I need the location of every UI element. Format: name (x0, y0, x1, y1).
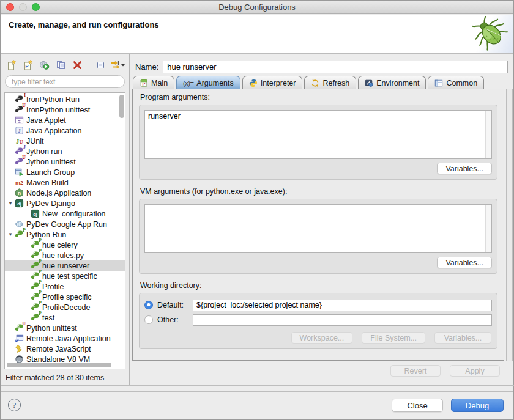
tab-label: Interpreter (261, 79, 296, 87)
close-button[interactable]: Close (392, 399, 443, 412)
configuration-detail-panel: Name: PMain(x)=ArgumentsInterpreterRefre… (130, 54, 514, 385)
tree-horizontal-scrollbar-thumb[interactable] (7, 363, 111, 367)
tree-item-node-js-application[interactable]: nNode.js Application (5, 188, 125, 198)
default-radio-label: Default: (157, 301, 193, 309)
tab-label: Common (446, 79, 477, 87)
junit-icon: JU (15, 136, 24, 146)
expander-icon[interactable]: ▼ (6, 201, 15, 206)
tree-item-label: New_configuration (42, 210, 106, 218)
footer-bar: ? Close Debug (1, 391, 513, 419)
tab-interpreter[interactable]: Interpreter (242, 76, 303, 89)
tree-item-pydev-django[interactable]: ▼djPyDev Django (5, 198, 125, 208)
tree-item-java-application[interactable]: JJava Application (5, 125, 125, 136)
tree-item-java-applet[interactable]: Java Applet (5, 115, 125, 125)
minimize-window-button (19, 3, 27, 11)
expander-icon[interactable]: ▼ (6, 232, 15, 237)
program-arguments-variables-button[interactable]: Variables... (437, 163, 492, 174)
revert-button[interactable]: Revert (390, 365, 441, 377)
filter-config-button[interactable] (110, 58, 124, 72)
svg-text:dj: dj (33, 212, 37, 217)
duplicate-config-icon (56, 60, 66, 70)
filter-input[interactable] (5, 75, 125, 88)
tree-item-label: IronPython unittest (26, 106, 90, 114)
tree-item-label: Python unittest (26, 324, 77, 333)
tab-main[interactable]: PMain (133, 76, 174, 89)
help-button[interactable]: ? (8, 399, 21, 411)
tab-environment[interactable]: Environment (358, 76, 426, 89)
other-radio-label: Other: (157, 315, 193, 324)
tree-horizontal-scrollbar[interactable] (6, 363, 118, 368)
tree-item-python-unittest[interactable]: UPython unittest (5, 323, 125, 333)
tree-item-maven-build[interactable]: m2Maven Build (5, 177, 125, 188)
tree-item-label: ProfileDecode (42, 303, 91, 312)
java-applet-icon (15, 116, 24, 125)
file-system-button[interactable]: File System... (362, 332, 425, 344)
program-arguments-textarea[interactable]: runserver (144, 110, 492, 159)
vm-arguments-variables-button[interactable]: Variables... (437, 257, 492, 268)
tab-arguments[interactable]: (x)=Arguments (176, 76, 240, 89)
delete-config-button[interactable] (70, 58, 84, 72)
remote-java-icon (15, 334, 24, 343)
debug-button[interactable]: Debug (451, 399, 504, 412)
svg-text:n: n (18, 190, 21, 196)
working-directory-group: Default: Other: Workspace... File System… (139, 293, 497, 349)
working-directory-label: Working directory: (140, 281, 497, 290)
tree-vertical-scrollbar-thumb[interactable] (119, 95, 124, 118)
tree-item-label: PyDev Google App Run (26, 220, 107, 229)
arguments-icon: (x)= (183, 79, 193, 87)
tree-item-label: test (42, 314, 54, 322)
java-application-icon: J (15, 126, 24, 135)
tree-item-remote-java-application[interactable]: Remote Java Application (5, 333, 125, 344)
tree-item-profiledecode[interactable]: PProfileDecode (5, 302, 125, 312)
tree-vertical-scrollbar[interactable] (119, 94, 124, 362)
other-radio[interactable] (144, 315, 153, 324)
tree-item-hue-celery[interactable]: Phue celery (5, 240, 125, 250)
vm-arguments-group: Variables... (139, 199, 497, 274)
tab-label: Refresh (322, 79, 349, 87)
workspace-button[interactable]: Workspace... (291, 332, 353, 344)
collapse-all-button[interactable] (94, 58, 108, 72)
other-directory-input[interactable] (193, 314, 492, 326)
collapse-all-icon (95, 60, 106, 70)
tree-item-hue-test-specific[interactable]: Phue test specific (5, 271, 125, 281)
tree-item-new-configuration[interactable]: djNew_configuration (5, 208, 125, 219)
vm-arguments-textarea[interactable] (144, 204, 492, 253)
working-directory-variables-button[interactable]: Variables... (434, 332, 491, 344)
titlebar: Debug Configurations (1, 1, 513, 14)
tree-item-ironpython-unittest[interactable]: UIronPython unittest (5, 105, 125, 115)
right-scroll-strip (506, 89, 513, 361)
tree-item-hue-rules-py[interactable]: Phue rules.py (5, 250, 125, 260)
tab-refresh[interactable]: Refresh (304, 76, 356, 89)
tree-item-label: Node.js Application (26, 189, 91, 197)
tree-item-jython-unittest[interactable]: UJython unittest (5, 157, 125, 167)
close-window-button[interactable] (6, 3, 14, 11)
tree-item-label: Remote Java Application (26, 334, 111, 343)
name-input[interactable] (163, 61, 508, 73)
tree-item-profile[interactable]: PProfile (5, 281, 125, 292)
toolbar-separator (89, 59, 89, 70)
apply-button[interactable]: Apply (450, 365, 500, 377)
vm-arguments-label: VM arguments (for python.exe or java.exe… (140, 187, 497, 196)
tree-item-launch-group[interactable]: Launch Group (5, 167, 125, 177)
tree-item-python-run[interactable]: ▼PPython Run (5, 229, 125, 240)
arguments-tab-panel: Program arguments: runserver Variables..… (132, 89, 504, 361)
export-config-button[interactable] (37, 58, 51, 72)
configuration-tree: IIronPython RunUIronPython unittestJava … (4, 92, 125, 369)
tree-item-label: Profile (42, 282, 64, 291)
tree-item-hue-runserver[interactable]: Phue runserver (5, 260, 125, 271)
zoom-window-button[interactable] (32, 3, 40, 11)
tab-common[interactable]: Common (428, 76, 484, 89)
new-config-button[interactable] (4, 58, 18, 72)
default-radio[interactable] (144, 301, 153, 309)
program-arguments-group: runserver Variables... (139, 105, 497, 180)
duplicate-config-button[interactable] (54, 58, 68, 72)
tree-item-label: Java Application (26, 127, 81, 135)
program-arguments-label: Program arguments: (140, 93, 497, 101)
tree-item-remote-javascript[interactable]: Remote JavaScript (5, 344, 125, 354)
tree-item-label: Java Applet (26, 116, 66, 125)
default-directory-input[interactable] (193, 300, 492, 311)
tree-item-label: IronPython Run (26, 95, 80, 104)
environment-icon (365, 79, 373, 87)
tree-item-profile-specific[interactable]: PProfile specific (5, 292, 125, 302)
new-prototype-button[interactable]: P (21, 58, 35, 72)
